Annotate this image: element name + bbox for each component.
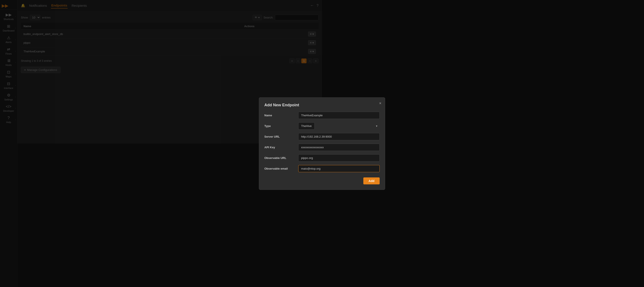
name-input[interactable] — [298, 112, 322, 119]
server-url-input[interactable] — [298, 133, 322, 140]
server-url-label: Server URL — [264, 135, 295, 138]
name-row: Name — [264, 112, 322, 119]
type-select-wrapper: TheHive Slack Email — [298, 122, 322, 130]
name-label: Name — [264, 114, 295, 117]
type-label: Type — [264, 124, 295, 128]
add-endpoint-modal: Add New Endpoint × Name Type TheHive Sla… — [259, 97, 322, 144]
server-url-row: Server URL — [264, 133, 322, 140]
type-row: Type TheHive Slack Email — [264, 122, 322, 130]
modal-title: Add New Endpoint — [264, 103, 322, 107]
type-select[interactable]: TheHive Slack Email — [298, 122, 314, 130]
modal-overlay: Add New Endpoint × Name Type TheHive Sla… — [0, 0, 322, 143]
